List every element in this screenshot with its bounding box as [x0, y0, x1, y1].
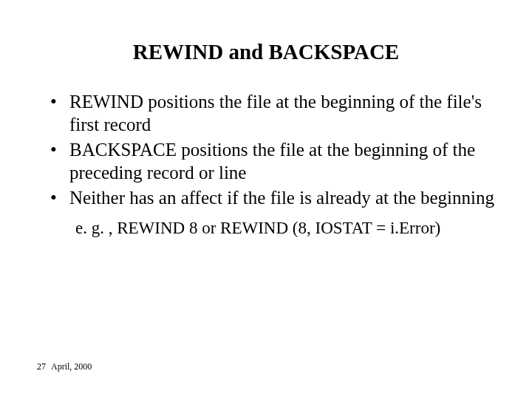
bullet-list: REWIND positions the file at the beginni… [37, 91, 495, 210]
slide-title: REWIND and BACKSPACE [37, 40, 495, 64]
bullet-item: Neither has an affect if the file is alr… [50, 187, 495, 210]
slide: REWIND and BACKSPACE REWIND positions th… [0, 0, 532, 399]
bullet-item: BACKSPACE positions the file at the begi… [50, 139, 495, 184]
footer-date: April, 2000 [51, 361, 92, 372]
bullet-item: REWIND positions the file at the beginni… [50, 91, 495, 136]
footer: 27 April, 2000 [37, 361, 92, 372]
page-number: 27 [37, 361, 46, 372]
example-text: e. g. , REWIND 8 or REWIND (8, IOSTAT = … [37, 219, 495, 238]
